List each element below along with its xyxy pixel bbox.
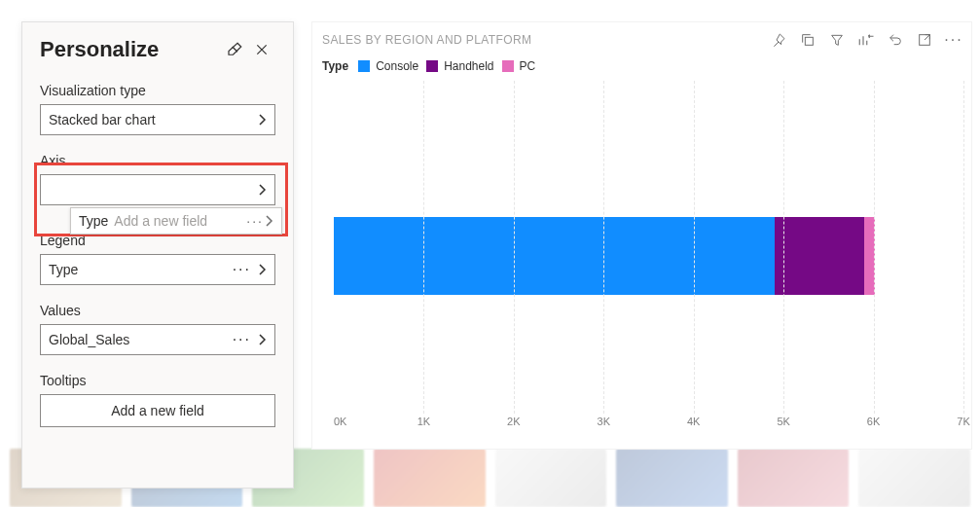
personalize-icon[interactable]: [856, 30, 876, 50]
legend-label: PC: [520, 59, 536, 73]
chevron-right-icon: [257, 263, 267, 276]
chevron-right-icon: [264, 214, 273, 228]
legend-label: Console: [376, 59, 418, 73]
copy-icon[interactable]: [798, 30, 817, 50]
drag-chip-placeholder: Add a new field: [114, 213, 207, 229]
grid-line: [783, 81, 784, 414]
legend-swatch: [502, 60, 514, 72]
legend-swatch: [426, 60, 438, 72]
x-tick: 0K: [334, 416, 346, 427]
add-field-label: Add a new field: [111, 403, 204, 418]
x-tick: 4K: [687, 416, 700, 427]
viz-type-value: Stacked bar chart: [49, 112, 257, 127]
add-field-button[interactable]: Add a new field: [40, 394, 275, 427]
grid-line: [694, 81, 695, 414]
values-label: Values: [40, 303, 275, 318]
legend-field-well[interactable]: Type ···: [40, 254, 275, 285]
more-icon[interactable]: ···: [233, 337, 251, 343]
x-tick: 2K: [507, 416, 520, 427]
panel-header: Personalize: [40, 22, 275, 83]
legend-item-handheld[interactable]: Handheld: [426, 59, 493, 73]
legend-value: Type: [49, 262, 233, 277]
chart-legend: Type Console Handheld PC: [312, 54, 971, 77]
legend-title: Type: [322, 59, 348, 73]
bar-segment-console[interactable]: [334, 217, 775, 295]
grid-line: [423, 81, 424, 414]
chevron-right-icon: [257, 333, 267, 346]
legend-item-pc[interactable]: PC: [502, 59, 536, 73]
legend-label: Handheld: [444, 59, 493, 73]
drag-chip-value: Type: [79, 213, 108, 229]
chevron-right-icon: [257, 113, 267, 127]
bar-segment-handheld[interactable]: [775, 217, 864, 295]
svg-rect-0: [805, 37, 813, 45]
chart-plot-area: 0K1K2K3K4K5K6K7K: [322, 81, 963, 427]
plot-inner: [334, 81, 963, 414]
values-value: Global_Sales: [49, 332, 233, 347]
section-legend: Legend Type ···: [40, 233, 275, 285]
legend-item-console[interactable]: Console: [358, 59, 418, 73]
viz-type-dropdown[interactable]: Stacked bar chart: [40, 104, 275, 135]
pin-icon[interactable]: [769, 30, 788, 50]
axis-field-well[interactable]: [40, 174, 275, 205]
tooltips-label: Tooltips: [40, 373, 275, 388]
more-icon[interactable]: ···: [233, 267, 251, 272]
chart-action-bar: ···: [769, 30, 963, 50]
x-tick: 5K: [777, 416, 789, 427]
chevron-right-icon: [257, 183, 267, 197]
more-icon[interactable]: ···: [246, 213, 264, 229]
axis-placeholder: [49, 182, 257, 198]
section-axis: Axis: [40, 153, 275, 205]
grid-line: [874, 81, 875, 414]
x-tick: 1K: [417, 416, 430, 427]
x-tick: 6K: [867, 416, 880, 427]
section-tooltips: Tooltips Add a new field: [40, 373, 275, 427]
grid-line: [963, 81, 964, 414]
panel-title: Personalize: [40, 37, 221, 62]
x-tick: 7K: [957, 416, 969, 427]
more-options-icon[interactable]: ···: [944, 30, 963, 50]
viz-type-label: Visualization type: [40, 83, 275, 98]
filter-icon[interactable]: [827, 30, 847, 50]
x-axis-ticks: 0K1K2K3K4K5K6K7K: [334, 414, 963, 427]
chart-title: SALES BY REGION AND PLATFORM: [322, 33, 769, 47]
drag-chip-type[interactable]: Type Add a new field ···: [70, 207, 282, 235]
grid-line: [603, 81, 604, 414]
undo-icon[interactable]: [886, 30, 905, 50]
x-tick: 3K: [598, 416, 610, 427]
section-visualization-type: Visualization type Stacked bar chart: [40, 83, 275, 135]
grid-line: [514, 81, 515, 414]
values-field-well[interactable]: Global_Sales ···: [40, 324, 275, 355]
legend-swatch: [358, 60, 370, 72]
focus-mode-icon[interactable]: [915, 30, 934, 50]
section-values: Values Global_Sales ···: [40, 303, 275, 355]
chart-header: SALES BY REGION AND PLATFORM: [312, 22, 971, 54]
close-icon[interactable]: [248, 36, 275, 63]
erase-icon[interactable]: [221, 36, 248, 63]
axis-label: Axis: [40, 153, 275, 168]
legend-label: Legend: [40, 233, 275, 248]
chart-visual[interactable]: SALES BY REGION AND PLATFORM: [311, 21, 972, 450]
personalize-panel: Personalize Visualization type Stacked b…: [21, 21, 294, 489]
